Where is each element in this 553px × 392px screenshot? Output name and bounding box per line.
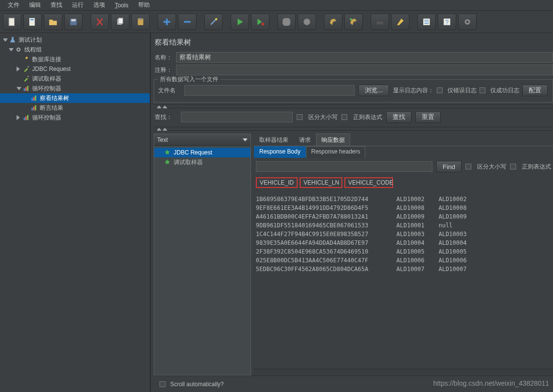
stop2-icon xyxy=(303,17,311,26)
error-log-checkbox[interactable] xyxy=(437,87,443,93)
tree-node-label: JDBC Request xyxy=(32,66,71,72)
browse-button[interactable]: 浏览... xyxy=(358,85,389,96)
tree-twisty-icon xyxy=(17,76,21,81)
column-header-vehicle-code: VEHICLE_CODE xyxy=(344,177,393,188)
tree-node[interactable]: JDBC Request xyxy=(0,64,150,74)
find-input[interactable] xyxy=(256,161,432,172)
tree-node-label: 线程组 xyxy=(24,46,42,54)
data-row: 1B689586379E4BFDB33B5E1705D2D744 ALD1000… xyxy=(256,195,551,204)
toolbar-save-button[interactable] xyxy=(64,14,83,30)
find-button[interactable]: Find xyxy=(436,161,462,172)
toolbar-wand-button[interactable] xyxy=(204,14,223,30)
search-case-checkbox[interactable] xyxy=(297,114,303,120)
search-input[interactable] xyxy=(181,112,293,122)
toolbar-play-button[interactable] xyxy=(231,14,249,30)
toolbar-stop-button[interactable] xyxy=(277,14,296,30)
results-right-panel: 取样器结果请求响应数据 Response BodyResponse header… xyxy=(254,134,553,375)
subtab-0[interactable]: Response Body xyxy=(254,146,306,158)
find-regex-label: 正则表达式 xyxy=(522,163,551,171)
toolbar-copy-button[interactable] xyxy=(111,14,129,30)
svg-text:?: ? xyxy=(446,18,449,25)
clear-icon xyxy=(396,17,405,26)
chart-icon xyxy=(30,94,38,102)
name-input[interactable] xyxy=(176,52,553,63)
config-button[interactable]: 配置 xyxy=(522,85,548,96)
tab-2[interactable]: 响应数据 xyxy=(316,134,350,146)
toolbar-plus-button[interactable] xyxy=(158,14,176,30)
collapse-bar-2[interactable] xyxy=(154,127,553,131)
save-icon xyxy=(69,17,78,26)
response-body: VEHICLE_ID VEHICLE_LN VEHICLE_CODE 1B689… xyxy=(254,175,553,369)
svg-rect-24 xyxy=(24,88,25,91)
success-icon xyxy=(164,149,171,156)
toolbar-open-button[interactable] xyxy=(44,14,62,30)
toolbar-play-record-button[interactable] xyxy=(251,14,269,30)
tree-twisty-icon xyxy=(24,105,29,110)
tree-twisty-icon[interactable] xyxy=(3,38,8,43)
search-regex-checkbox[interactable] xyxy=(341,114,347,120)
horizontal-scrollbar[interactable] xyxy=(254,369,553,375)
tab-0[interactable]: 取样器结果 xyxy=(254,134,294,146)
toolbar-list-button[interactable] xyxy=(417,14,436,30)
menu-item[interactable]: 查找 xyxy=(46,0,67,10)
result-item[interactable]: JDBC Request xyxy=(154,148,250,157)
renderer-combo[interactable]: Text xyxy=(154,134,250,146)
scroll-auto-label: Scroll automatically? xyxy=(170,381,224,388)
response-subtabs: Response BodyResponse headers xyxy=(254,146,553,158)
tab-1[interactable]: 请求 xyxy=(294,134,316,146)
success-log-checkbox[interactable] xyxy=(480,87,485,93)
menu-item[interactable]: 编辑 xyxy=(24,0,46,10)
new-icon xyxy=(8,17,17,26)
tree-node[interactable]: 断言结果 xyxy=(0,103,150,113)
result-item-label: JDBC Request xyxy=(174,149,212,156)
subtab-1[interactable]: Response headers xyxy=(306,146,366,158)
toolbar-binoculars-button[interactable] xyxy=(371,14,389,30)
svg-rect-28 xyxy=(33,97,35,101)
menu-item[interactable]: 运行 xyxy=(67,0,89,10)
menu-item[interactable]: Tools xyxy=(110,1,133,10)
data-row: 2F38F392C8504E968CA53674D6469510 ALD1000… xyxy=(256,247,551,256)
tree-node[interactable]: 数据库连接 xyxy=(0,54,150,64)
toolbar-broom2-button[interactable] xyxy=(344,14,363,30)
find-case-checkbox[interactable] xyxy=(465,164,471,170)
tree-twisty-icon xyxy=(24,96,29,101)
toolbar-minus-button[interactable] xyxy=(178,14,196,30)
svg-rect-2 xyxy=(31,19,34,20)
collapse-bar-1[interactable] xyxy=(154,104,553,108)
result-item[interactable]: 调试取样器 xyxy=(154,157,250,167)
menu-item[interactable]: 选项 xyxy=(89,0,110,10)
filename-input[interactable] xyxy=(184,85,355,96)
toolbar-help-button[interactable]: ? xyxy=(438,14,456,30)
menu-item[interactable]: 文件 xyxy=(3,0,24,10)
scroll-auto-checkbox[interactable] xyxy=(160,381,165,387)
tree-twisty-icon[interactable] xyxy=(17,87,21,92)
open-icon xyxy=(49,17,57,26)
toolbar-template-button[interactable] xyxy=(23,14,42,30)
toolbar-cut-button[interactable] xyxy=(90,14,109,30)
tree-twisty-icon[interactable] xyxy=(17,67,21,71)
toolbar-clear-button[interactable] xyxy=(391,14,410,30)
tree-twisty-icon[interactable] xyxy=(9,48,14,53)
tree-node[interactable]: 循环控制器 xyxy=(0,84,150,93)
renderer-combo-value: Text xyxy=(157,136,168,143)
comment-input[interactable] xyxy=(176,65,553,75)
toolbar-gear-button[interactable] xyxy=(458,14,477,30)
tree-twisty-icon[interactable] xyxy=(17,115,21,120)
tree-node[interactable]: 测试计划 xyxy=(0,35,150,45)
toolbar-broom-button[interactable] xyxy=(324,14,342,30)
broom-icon xyxy=(329,17,338,26)
find-regex-checkbox[interactable] xyxy=(510,164,516,170)
results-left-panel: Text JDBC Request调试取样器 xyxy=(154,134,251,375)
svg-point-9 xyxy=(215,18,217,20)
menu-item[interactable]: 帮助 xyxy=(133,0,155,10)
tree-node[interactable]: 循环控制器 xyxy=(0,113,150,122)
reset-button[interactable]: 重置 xyxy=(415,111,441,123)
tree-node[interactable]: 线程组 xyxy=(0,45,150,54)
toolbar-stop2-button[interactable] xyxy=(298,14,316,30)
panel-title: 察看结果树 xyxy=(154,36,553,51)
toolbar-new-button[interactable] xyxy=(3,14,21,30)
tree-node[interactable]: 察看结果树 xyxy=(0,93,150,103)
search-button[interactable]: 查找 xyxy=(386,111,411,123)
toolbar-paste-button[interactable] xyxy=(131,14,150,30)
tree-node[interactable]: 调试取样器 xyxy=(0,74,150,84)
